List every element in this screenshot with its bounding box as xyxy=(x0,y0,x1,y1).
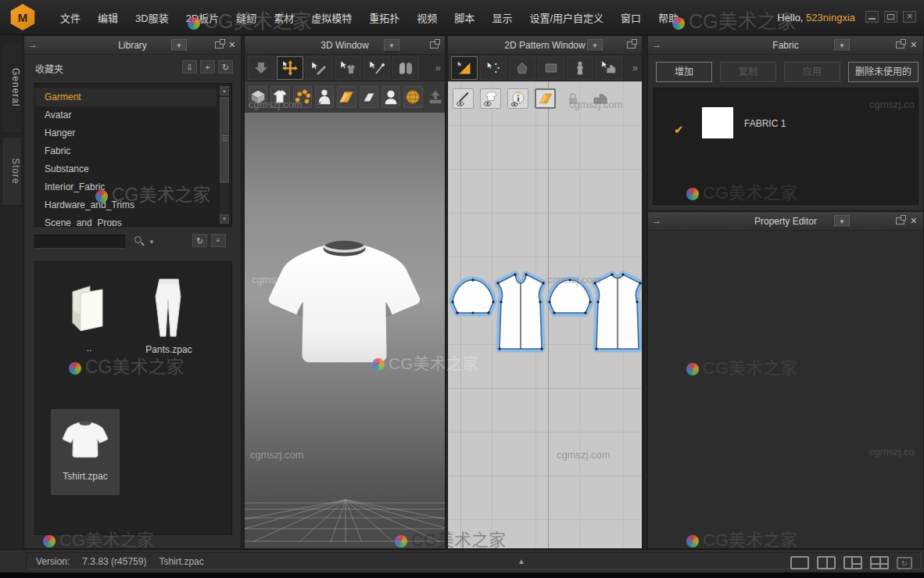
menu-window[interactable]: 窗口 xyxy=(612,6,650,29)
2d-viewport[interactable] xyxy=(448,81,642,548)
show-3d-box-icon[interactable] xyxy=(249,86,267,108)
lock-pattern-icon[interactable] xyxy=(562,88,583,109)
rectangle-tool[interactable] xyxy=(538,56,564,80)
pattern-pieces[interactable] xyxy=(448,269,642,361)
search-icon[interactable] xyxy=(134,236,141,243)
pattern-body-back[interactable] xyxy=(593,273,641,350)
3d-viewport[interactable] xyxy=(245,113,445,548)
show-pins-icon[interactable] xyxy=(293,86,312,108)
show-fabric-icon[interactable] xyxy=(337,86,356,108)
close-panel-icon[interactable]: × xyxy=(911,215,917,226)
fabric-add-button[interactable]: 增加 xyxy=(656,62,712,82)
close-panel-icon[interactable]: × xyxy=(229,39,235,50)
layout-quad-icon[interactable] xyxy=(870,556,889,569)
minimize-button[interactable] xyxy=(865,11,879,23)
menu-file[interactable]: 文件 xyxy=(52,6,89,29)
edit-pin-tool[interactable] xyxy=(306,56,332,80)
expand-statusbar-icon[interactable]: ▲ xyxy=(518,557,525,565)
list-item-tshirt[interactable]: Tshirt.zpac xyxy=(51,409,120,495)
move-tool[interactable] xyxy=(277,56,303,80)
listview-icon[interactable]: ≡ xyxy=(211,234,226,247)
folder-hardware-trims[interactable]: Hardware_and_Trims xyxy=(35,196,217,214)
transform-pattern-tool[interactable] xyxy=(451,56,478,80)
refresh-icon[interactable]: ↻ xyxy=(218,60,233,74)
expand-icon[interactable]: » xyxy=(435,62,441,74)
menu-display[interactable]: 显示 xyxy=(483,6,521,29)
close-panel-icon[interactable]: × xyxy=(911,39,917,50)
expand-icon[interactable]: » xyxy=(632,62,638,74)
layout-reset-icon[interactable]: ↻ xyxy=(897,557,912,569)
layout-single-icon[interactable] xyxy=(790,556,809,569)
show-fabric-2d-icon[interactable] xyxy=(535,88,556,109)
tab-store[interactable]: Store xyxy=(2,137,22,206)
float-panel-icon[interactable] xyxy=(627,41,636,48)
float-panel-icon[interactable] xyxy=(896,41,904,48)
app-logo[interactable]: M xyxy=(9,4,38,32)
drop-garment-tool[interactable] xyxy=(248,56,274,80)
show-avatar-icon[interactable] xyxy=(315,86,334,108)
menu-retopology[interactable]: 重拓扑 xyxy=(360,6,408,29)
search-input[interactable] xyxy=(34,235,125,249)
layout-mixed-icon[interactable] xyxy=(843,556,862,569)
menu-2d-pattern[interactable]: 2D板片 xyxy=(177,6,228,29)
pin-garment-tool[interactable] xyxy=(335,56,361,80)
folder-avatar[interactable]: Avatar xyxy=(35,106,217,124)
show-garment-icon[interactable] xyxy=(270,86,289,108)
list-item-pants[interactable]: Pants.zpac xyxy=(137,276,201,355)
scroll-up-icon[interactable]: ▲ xyxy=(220,86,229,95)
fabric-apply-button[interactable]: 应用 xyxy=(784,62,840,82)
edit-pattern-tool[interactable] xyxy=(480,56,507,80)
fabric-swatch[interactable] xyxy=(702,107,733,138)
show-wireframe-globe-icon[interactable] xyxy=(403,86,422,108)
scrollbar-thumb[interactable] xyxy=(220,97,229,183)
2d-dropdown-icon[interactable]: ▼ xyxy=(587,39,603,52)
3d-dropdown-icon[interactable]: ▼ xyxy=(384,39,399,52)
polygon-tool[interactable] xyxy=(509,56,535,80)
folder-scene-props[interactable]: Scene_and_Props xyxy=(35,214,217,227)
sewing-tool[interactable] xyxy=(596,56,622,80)
menu-sewing[interactable]: 缝纫 xyxy=(227,6,265,29)
menu-material[interactable]: 素材 xyxy=(265,6,303,29)
add-favorite-icon[interactable]: + xyxy=(200,60,215,74)
needle-tool[interactable] xyxy=(364,56,390,80)
library-dropdown-icon[interactable]: ▼ xyxy=(171,39,187,52)
menu-video[interactable]: 视频 xyxy=(408,6,446,29)
menu-3d-garment[interactable]: 3D服装 xyxy=(127,6,177,29)
folder-garment[interactable]: Garment xyxy=(35,88,217,106)
pattern-sleeve-left[interactable] xyxy=(451,278,494,314)
fabric-delete-unused-button[interactable]: 删除未使用的 xyxy=(848,62,919,82)
show-head-icon[interactable] xyxy=(381,86,400,108)
fabric-copy-button[interactable]: 复制 xyxy=(720,62,776,82)
show-platform-icon[interactable] xyxy=(426,86,445,108)
float-panel-icon[interactable] xyxy=(896,217,904,224)
list-item-parent-folder[interactable]: .. xyxy=(57,279,121,354)
layout-two-pane-icon[interactable] xyxy=(817,556,836,569)
property-dropdown-icon[interactable]: ▼ xyxy=(834,215,850,228)
close-button[interactable] xyxy=(903,11,916,23)
folder-interior-fabric[interactable]: Interior_Fabric xyxy=(35,178,217,196)
menu-settings[interactable]: 设置/用户自定义 xyxy=(521,6,612,29)
folder-hanger[interactable]: Hanger xyxy=(35,124,217,142)
menu-help[interactable]: 帮助 xyxy=(650,6,687,29)
folder-fabric[interactable]: Fabric xyxy=(35,142,217,160)
show-info-icon[interactable] xyxy=(507,88,528,109)
fabric-dropdown-icon[interactable]: ▼ xyxy=(834,39,850,52)
sewing-machine-icon[interactable] xyxy=(589,88,611,109)
trace-avatar-tool[interactable] xyxy=(567,56,593,80)
menu-edit[interactable]: 编辑 xyxy=(89,6,127,29)
filter-dropdown-icon[interactable]: ▼ xyxy=(149,239,155,246)
show-garment-2d-icon[interactable] xyxy=(480,88,501,109)
username[interactable]: 523ningxia xyxy=(806,12,855,23)
import-icon[interactable]: ⇩ xyxy=(182,60,197,74)
scroll-down-icon[interactable]: ▼ xyxy=(220,214,229,224)
maximize-button[interactable] xyxy=(884,11,897,23)
tab-general[interactable]: General xyxy=(2,41,22,134)
pattern-sleeve-right[interactable] xyxy=(548,278,591,314)
float-panel-icon[interactable] xyxy=(430,41,439,48)
fold-arrangement-tool[interactable] xyxy=(392,56,419,80)
library-scrollbar[interactable]: ▲ ▼ xyxy=(219,85,230,224)
float-panel-icon[interactable] xyxy=(215,41,224,48)
folder-substance[interactable]: Substance xyxy=(35,160,217,178)
refresh-view-icon[interactable]: ↻ xyxy=(192,234,207,247)
show-pattern-icon[interactable] xyxy=(360,86,378,108)
